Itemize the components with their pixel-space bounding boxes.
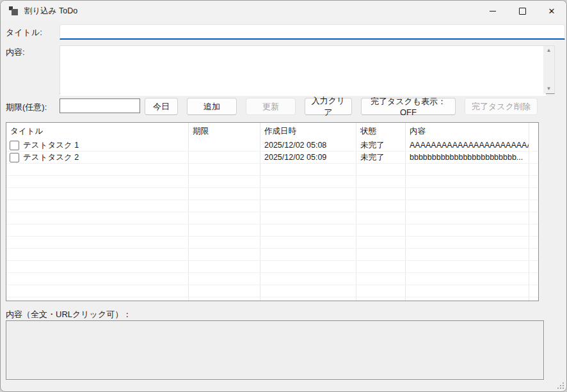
task-deadline-cell	[189, 249, 260, 260]
task-title-cell	[6, 164, 189, 175]
task-status-cell	[356, 176, 406, 187]
content-scrollbar[interactable]: ▲ ▼	[543, 46, 554, 93]
filler-cell	[529, 164, 538, 175]
filler-cell	[529, 152, 538, 163]
task-deadline-cell	[189, 176, 260, 187]
add-button[interactable]: 追加	[187, 98, 237, 115]
task-status-cell	[356, 164, 406, 175]
title-input[interactable]	[60, 24, 565, 40]
task-status-cell	[356, 285, 406, 297]
resize-grip-icon[interactable]	[557, 382, 564, 389]
app-icon	[9, 6, 19, 16]
filler-cell	[529, 261, 538, 272]
scroll-up-icon[interactable]: ▲	[547, 46, 552, 55]
clear-input-button[interactable]: 入力クリア	[305, 98, 352, 115]
detail-content-box[interactable]	[6, 320, 544, 380]
task-created-cell	[260, 176, 356, 187]
task-created-cell	[260, 212, 356, 224]
task-content-cell	[406, 237, 529, 248]
task-deadline-cell	[189, 237, 260, 248]
task-checkbox[interactable]	[10, 153, 19, 162]
filler-cell	[529, 237, 538, 248]
task-content-cell	[406, 297, 529, 301]
table-row-empty	[6, 297, 538, 301]
column-header-2[interactable]: 期限	[189, 123, 260, 139]
content-textarea-frame: ▲ ▼	[60, 45, 555, 94]
filler-cell	[529, 139, 538, 151]
task-content-cell	[406, 224, 529, 236]
filler-cell	[529, 176, 538, 187]
task-title-cell	[6, 261, 189, 272]
column-header-3[interactable]: 作成日時	[260, 123, 356, 139]
task-deadline-cell	[189, 139, 260, 151]
table-row[interactable]: テストタスク 12025/12/02 05:08未完了AAAAAAAAAAAAA…	[6, 139, 538, 152]
task-deadline-cell	[189, 212, 260, 224]
task-title-cell	[6, 297, 189, 301]
minimize-icon	[490, 11, 496, 12]
task-title-cell	[6, 224, 189, 236]
task-content-cell	[406, 249, 529, 260]
table-row-empty	[6, 200, 538, 212]
task-status-cell	[356, 297, 406, 301]
task-content-cell	[406, 273, 529, 285]
task-title-cell	[6, 188, 189, 200]
task-content-cell	[406, 285, 529, 297]
task-status-cell	[356, 249, 406, 260]
filler-cell	[529, 249, 538, 260]
toggle-completed-button[interactable]: 完了タスクも表示：OFF	[361, 98, 456, 115]
task-deadline-cell	[189, 261, 260, 272]
task-created-cell: 2025/12/02 05:08	[260, 139, 356, 151]
detail-label: 内容（全文・URLクリック可）：	[6, 309, 131, 320]
title-label: タイトル:	[6, 27, 42, 38]
task-content-cell	[406, 164, 529, 175]
column-header-1[interactable]: タイトル	[6, 123, 189, 139]
task-created-cell	[260, 224, 356, 236]
content-label: 内容:	[6, 47, 25, 58]
table-row-empty	[6, 273, 538, 285]
table-row-empty	[6, 188, 538, 200]
scroll-down-icon[interactable]: ▼	[547, 84, 552, 93]
close-button[interactable]: ✕	[537, 1, 566, 21]
task-status-cell	[356, 237, 406, 248]
content-textarea[interactable]	[60, 46, 546, 96]
table-header: タイトル期限作成日時状態内容	[6, 123, 538, 139]
task-deadline-cell	[189, 188, 260, 200]
task-checkbox[interactable]	[10, 141, 19, 150]
task-deadline-cell	[189, 224, 260, 236]
task-content-cell	[406, 176, 529, 187]
today-button[interactable]: 今日	[145, 98, 178, 115]
maximize-button[interactable]	[507, 1, 537, 21]
column-header-4[interactable]: 状態	[356, 123, 406, 139]
app-window: 割り込み ToDo ✕ タイトル: 内容: ▲ ▼ 期限(任意): 今日 追加 …	[0, 0, 567, 392]
filler-cell	[529, 273, 538, 285]
table-row[interactable]: テストタスク 22025/12/02 05:09未完了bbbbbbbbbbbbb…	[6, 152, 538, 164]
task-created-cell: 2025/12/02 05:09	[260, 152, 356, 163]
task-title-cell	[6, 285, 189, 297]
task-created-cell	[260, 285, 356, 297]
task-title-cell	[6, 273, 189, 285]
filler-cell	[529, 200, 538, 212]
task-status-cell: 未完了	[356, 139, 406, 151]
task-content-cell	[406, 212, 529, 224]
deadline-input[interactable]	[60, 98, 140, 113]
task-status-cell	[356, 188, 406, 200]
column-header-5[interactable]: 内容	[406, 123, 529, 139]
task-created-cell	[260, 237, 356, 248]
task-title-cell	[6, 249, 189, 260]
delete-completed-button[interactable]: 完了タスク削除	[465, 98, 538, 115]
task-deadline-cell	[189, 297, 260, 301]
close-icon: ✕	[548, 7, 555, 15]
task-content-cell	[406, 200, 529, 212]
update-button[interactable]: 更新	[246, 98, 296, 115]
table-row-empty	[6, 261, 538, 273]
titlebar[interactable]: 割り込み ToDo ✕	[1, 1, 566, 21]
minimize-button[interactable]	[478, 1, 507, 21]
task-status-cell	[356, 261, 406, 272]
task-deadline-cell	[189, 285, 260, 297]
filler-cell	[529, 224, 538, 236]
task-title-cell	[6, 176, 189, 187]
task-content-cell: AAAAAAAAAAAAAAAAAAAAAAA...	[406, 139, 529, 151]
filler-cell	[529, 212, 538, 224]
task-title-cell	[6, 200, 189, 212]
task-table: タイトル期限作成日時状態内容 テストタスク 12025/12/02 05:08未…	[6, 122, 539, 301]
